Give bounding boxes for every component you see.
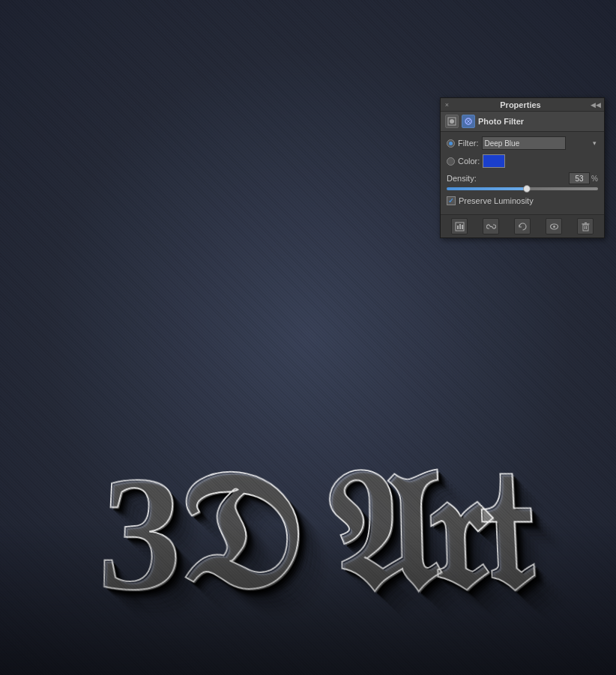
density-slider-thumb[interactable] [523,185,531,193]
preserve-luminosity-row: Preserve Luminosity [447,196,598,205]
delete-button[interactable] [577,218,594,234]
density-row: Density: % [447,172,598,184]
density-slider-track[interactable] [447,187,598,190]
color-radio[interactable] [447,157,455,166]
properties-panel: × Properties ◀◀ Photo Filter Filter: War… [440,97,605,238]
filter-select[interactable]: Warming Filter (85)Warming Filter (LBA)W… [482,136,566,150]
floor-shadow [0,525,616,675]
panel-footer [441,214,604,237]
svg-point-1 [450,119,454,124]
slider-container[interactable] [447,187,598,190]
add-effect-button[interactable] [451,218,468,234]
svg-point-9 [553,225,555,228]
filter-row: Filter: Warming Filter (85)Warming Filte… [447,136,598,150]
density-percent: % [591,175,598,183]
close-icon[interactable]: × [444,101,450,108]
preserve-luminosity-label: Preserve Luminosity [459,196,534,205]
adjustment-layer-icon[interactable] [445,115,459,128]
panel-titlebar: × Properties ◀◀ [441,98,604,112]
svg-rect-5 [459,224,461,229]
preserve-luminosity-checkbox[interactable] [447,196,456,205]
filter-select-wrapper: Warming Filter (85)Warming Filter (LBA)W… [482,136,599,150]
panel-header: Photo Filter [441,112,604,132]
link-button[interactable] [483,218,499,234]
svg-rect-4 [457,225,459,229]
reset-button[interactable] [514,218,531,234]
filter-radio[interactable] [447,139,455,148]
svg-rect-10 [583,225,588,231]
collapse-icon[interactable]: ◀◀ [591,101,601,109]
svg-rect-6 [462,225,463,229]
color-label: Color: [458,157,480,166]
visibility-button[interactable] [546,218,562,234]
panel-title: Properties [500,100,540,109]
density-input[interactable] [569,172,590,184]
panel-body: Filter: Warming Filter (85)Warming Filte… [441,132,604,214]
density-input-wrapper: % [569,172,598,184]
filter-icon[interactable] [462,115,475,128]
photo-filter-title: Photo Filter [478,117,524,126]
color-row: Color: [447,154,598,168]
filter-label: Filter: [458,139,479,148]
color-swatch[interactable] [483,154,505,168]
density-label: Density: [447,174,477,183]
density-slider-fill [447,187,527,190]
